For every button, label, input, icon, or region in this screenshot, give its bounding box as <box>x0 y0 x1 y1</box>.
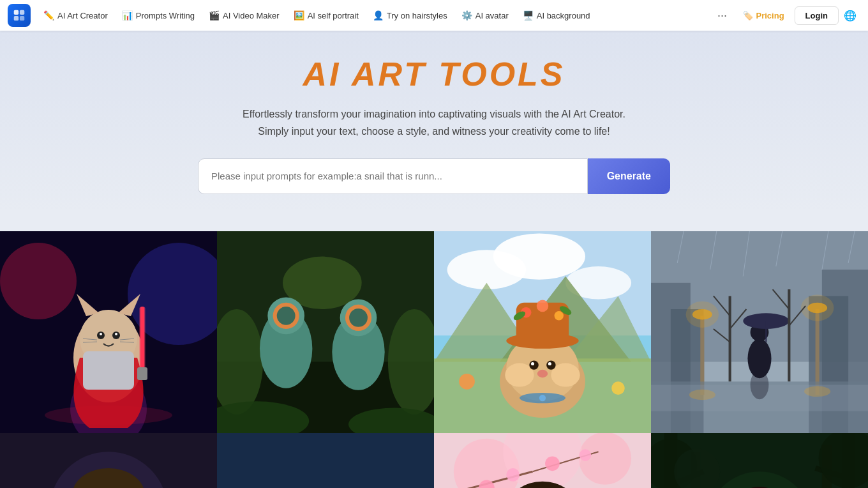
svg-point-63 <box>555 311 564 320</box>
search-bar: Generate <box>198 158 670 194</box>
login-button[interactable]: Login <box>795 6 839 25</box>
gallery <box>0 231 868 488</box>
hero-title: AI Art Tools <box>13 56 855 93</box>
gallery-image-4 <box>651 231 868 433</box>
bar-chart-icon: 📊 <box>122 10 133 20</box>
gallery-item-8[interactable] <box>651 433 868 488</box>
svg-rect-13 <box>83 351 134 390</box>
gallery-image-6 <box>217 433 434 488</box>
svg-point-59 <box>537 369 548 377</box>
svg-point-44 <box>493 233 585 279</box>
generate-button[interactable]: Generate <box>588 158 670 194</box>
svg-rect-16 <box>137 367 147 380</box>
svg-point-54 <box>551 363 580 386</box>
svg-point-135 <box>580 449 592 461</box>
svg-rect-113 <box>217 433 434 488</box>
svg-point-77 <box>686 301 719 327</box>
nav-item-prompts-writing[interactable]: 📊 Prompts Writing <box>116 6 201 24</box>
nav-label-ai-avatar: AI avatar <box>475 11 509 20</box>
logo-icon <box>8 4 31 27</box>
svg-point-89 <box>751 370 769 399</box>
pencil-icon: ✏️ <box>43 10 54 20</box>
more-button[interactable]: ··· <box>712 5 733 26</box>
nav-label-ai-self-portrait: AI self portrait <box>308 11 359 20</box>
language-button[interactable]: 🌐 <box>840 5 860 26</box>
svg-rect-15 <box>140 307 146 377</box>
svg-point-83 <box>689 389 715 399</box>
svg-point-37 <box>349 309 368 327</box>
gallery-image-2 <box>217 231 434 433</box>
nav-item-ai-self-portrait[interactable]: 🖼️ AI self portrait <box>287 6 365 24</box>
gallery-item-2[interactable] <box>217 231 434 433</box>
svg-rect-3 <box>20 16 24 20</box>
gallery-item-6[interactable] <box>217 433 434 488</box>
nav-label-ai-video-maker: AI Video Maker <box>223 11 280 20</box>
video-icon: 🎬 <box>209 10 220 20</box>
svg-point-80 <box>801 294 834 321</box>
globe-icon: 🌐 <box>844 10 857 22</box>
svg-rect-2 <box>14 16 19 20</box>
svg-rect-0 <box>14 10 19 15</box>
svg-point-33 <box>277 306 296 324</box>
gallery-item-3[interactable] <box>434 231 651 433</box>
svg-rect-1 <box>20 10 24 15</box>
svg-point-133 <box>506 468 520 482</box>
nav-item-ai-video-maker[interactable]: 🎬 AI Video Maker <box>202 6 286 24</box>
svg-point-50 <box>611 381 625 395</box>
svg-point-58 <box>548 362 551 365</box>
nav-label-prompts-writing: Prompts Writing <box>136 11 195 20</box>
hero-section: AI Art Tools Effortlessly transform your… <box>0 31 868 213</box>
svg-point-57 <box>531 362 534 365</box>
nav-label-ai-background: AI background <box>537 11 590 20</box>
navbar: ✏️ AI Art Creator 📊 Prompts Writing 🎬 AI… <box>0 0 868 31</box>
svg-point-53 <box>505 363 534 386</box>
nav-item-ai-avatar[interactable]: ⚙️ AI avatar <box>455 6 515 24</box>
gallery-grid <box>0 231 868 488</box>
portrait-icon: 🖼️ <box>294 10 304 20</box>
svg-point-20 <box>115 333 117 335</box>
svg-point-19 <box>100 333 102 335</box>
svg-point-84 <box>804 386 830 396</box>
pricing-button[interactable]: 🏷️ Pricing <box>734 7 793 24</box>
nav-item-ai-art-creator[interactable]: ✏️ AI Art Creator <box>37 6 114 24</box>
hero-subtitle-line1: Effortlessly transform your imagination … <box>243 109 625 119</box>
svg-point-49 <box>459 374 475 390</box>
svg-point-134 <box>545 456 560 471</box>
hero-subtitle-line2: Simply input your text, choose a style, … <box>258 126 610 137</box>
svg-point-5 <box>0 243 77 319</box>
hairstyle-icon: 👤 <box>373 10 384 20</box>
nav-label-ai-art-creator: AI Art Creator <box>57 11 108 20</box>
svg-point-55 <box>529 360 538 369</box>
gallery-item-5[interactable] <box>0 433 217 488</box>
avatar-icon: ⚙️ <box>461 10 472 20</box>
gallery-image-1 <box>0 231 217 433</box>
prompt-input[interactable] <box>198 158 588 194</box>
nav-item-try-on-hairstyles[interactable]: 👤 Try on hairstyles <box>366 6 454 24</box>
gallery-item-4[interactable] <box>651 231 868 433</box>
background-icon: 🖥️ <box>523 10 534 20</box>
gallery-image-7 <box>434 433 651 488</box>
gallery-image-3 <box>434 231 651 433</box>
tag-icon: 🏷️ <box>743 11 753 20</box>
svg-point-56 <box>546 360 555 369</box>
nav-item-ai-background[interactable]: 🖥️ AI background <box>516 6 597 24</box>
svg-point-68 <box>539 395 546 401</box>
gallery-image-8 <box>651 433 868 488</box>
gallery-image-5 <box>0 433 217 488</box>
logo[interactable] <box>8 4 31 27</box>
svg-point-64 <box>537 300 549 312</box>
nav-label-try-on-hairstyles: Try on hairstyles <box>387 11 447 20</box>
hero-subtitle: Effortlessly transform your imagination … <box>191 105 677 140</box>
gallery-item-7[interactable] <box>434 433 651 488</box>
gallery-item-1[interactable] <box>0 231 217 433</box>
